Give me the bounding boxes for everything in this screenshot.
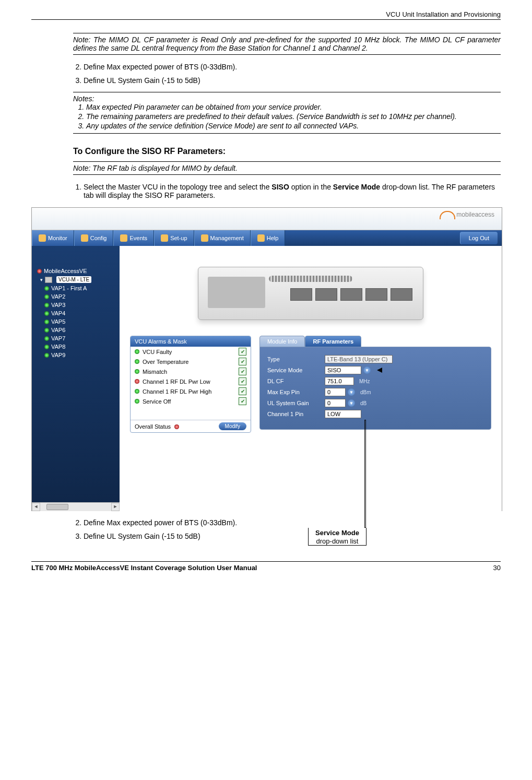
dropdown-icon[interactable]: ▼: [348, 388, 355, 396]
status-led-icon: [44, 286, 49, 291]
tree-selected-item[interactable]: ▾ VCU-M - LTE: [35, 275, 120, 284]
tree-item[interactable]: VAP7: [35, 334, 120, 342]
tree-selected-label: VCU-M - LTE: [56, 276, 91, 283]
maxpin-input[interactable]: 0: [325, 388, 346, 396]
service-mode-label: Service Mode: [267, 367, 320, 373]
scroll-right-icon[interactable]: ►: [111, 503, 120, 511]
alarm-checkbox[interactable]: ✔: [239, 368, 246, 375]
device-image: [198, 267, 423, 320]
alarm-checkbox[interactable]: ✔: [239, 387, 246, 395]
status-led-icon: [135, 369, 139, 374]
tree-item[interactable]: VAP8: [35, 342, 120, 351]
note-text: Note: The MIMO DL CF parameter is Read O…: [73, 36, 501, 52]
tab-module-info[interactable]: Module Info: [259, 336, 305, 347]
alarm-label: VCU Faulty: [143, 349, 235, 355]
alarm-label: Over Temperature: [143, 359, 235, 365]
modify-button[interactable]: Modify: [219, 422, 246, 430]
alarm-checkbox[interactable]: ✔: [239, 358, 246, 365]
tree-item-label: VAP8: [51, 344, 65, 350]
tab-rf-parameters[interactable]: RF Parameters: [305, 336, 361, 347]
page-footer: LTE 700 MHz MobileAccessVE Instant Cover…: [31, 561, 501, 572]
type-label: Type: [267, 356, 320, 362]
config-icon: [81, 234, 88, 242]
logout-button[interactable]: Log Out: [460, 232, 498, 244]
gain-input[interactable]: 0: [325, 399, 346, 407]
dlcf-input[interactable]: 751.0: [325, 377, 354, 385]
main-panel: VCU Alarms & Mask VCU Faulty✔Over Temper…: [120, 246, 502, 511]
nav-management[interactable]: Management: [194, 230, 251, 246]
logo: mobileaccess: [440, 211, 494, 219]
tree-item[interactable]: VAP6: [35, 326, 120, 334]
tree-item[interactable]: VAP1 - First A: [35, 284, 120, 292]
maxpin-unit: dBm: [360, 389, 371, 395]
collapse-icon[interactable]: ▾: [40, 277, 43, 282]
device-slot-icon: [315, 288, 337, 301]
management-icon: [201, 234, 208, 242]
step-a3: Define UL System Gain (-15 to 5dB): [84, 76, 501, 85]
service-mode-dropdown[interactable]: SISO: [325, 366, 361, 374]
device-slots: [290, 288, 412, 301]
nav-help[interactable]: Help: [251, 230, 286, 246]
note-rf-tab-text: Note: The RF tab is displayed for MIMO b…: [73, 164, 238, 172]
scroll-left-icon[interactable]: ◄: [32, 503, 40, 511]
steps-list-c: Define Max expected power of BTS (0-33dB…: [63, 518, 501, 540]
note-mimo-dlcf: Note: The MIMO DL CF parameter is Read O…: [73, 33, 501, 55]
tree-item[interactable]: VAP3: [35, 301, 120, 309]
heading-siso: To Configure the SISO RF Parameters:: [73, 147, 501, 156]
step-a2: Define Max expected power of BTS (0-33dB…: [84, 63, 501, 71]
status-led-icon: [44, 303, 49, 308]
dropdown-icon[interactable]: ▼: [363, 367, 371, 374]
sidebar-scrollbar[interactable]: ◄ ►: [32, 502, 120, 511]
dropdown-icon[interactable]: ▼: [348, 399, 355, 407]
alarms-panel: VCU Alarms & Mask VCU Faulty✔Over Temper…: [130, 336, 251, 433]
device-slot-icon: [391, 288, 412, 301]
dlcf-label: DL CF: [267, 378, 320, 384]
tree-root-label: MobileAccessVE: [44, 268, 87, 274]
alarm-label: Service Off: [143, 398, 235, 405]
alarm-row: VCU Faulty✔: [131, 347, 251, 357]
tree-item[interactable]: VAP4: [35, 309, 120, 317]
tree-item-label: VAP5: [51, 318, 65, 325]
step-b1: Select the Master VCU in the topology tr…: [84, 183, 501, 199]
tree-item[interactable]: VAP9: [35, 351, 120, 359]
alarms-footer: Overall Status Modify: [131, 420, 251, 432]
alarm-checkbox[interactable]: ✔: [239, 377, 246, 385]
notes-n1: Max expected Pin parameter can be obtain…: [86, 103, 501, 111]
ch1pin-label: Channel 1 Pin: [267, 411, 320, 417]
scroll-thumb[interactable]: [46, 504, 68, 510]
alarm-checkbox[interactable]: ✔: [239, 348, 246, 356]
alarm-label: Channel 1 RF DL Pwr Low: [143, 379, 235, 385]
tree-item[interactable]: VAP2: [35, 292, 120, 301]
tree-item-label: VAP2: [51, 293, 65, 300]
alarm-checkbox[interactable]: ✔: [239, 397, 246, 405]
section-title: VCU Unit Installation and Provisioning: [386, 10, 501, 18]
status-led-icon: [44, 328, 49, 333]
alarm-row: Channel 1 RF DL Pwr Low✔: [131, 376, 251, 386]
tree-item-label: VAP3: [51, 302, 65, 308]
overall-status: Overall Status: [135, 423, 179, 430]
nav-setup[interactable]: Set-up: [154, 230, 194, 246]
callout-box: Service Mode drop-down list: [308, 528, 367, 546]
tree-item[interactable]: VAP5: [35, 317, 120, 326]
status-led-icon: [37, 269, 42, 274]
steps-list-a: Define Max expected power of BTS (0-33dB…: [63, 63, 501, 85]
nav-config[interactable]: Config: [74, 230, 114, 246]
app-navbar: Monitor Config Events Set-up Management …: [32, 230, 502, 246]
rf-row-ch1pin: Channel 1 Pin LOW: [267, 410, 483, 418]
callout-arrow-icon: [377, 368, 382, 373]
rf-row-maxpin: Max Exp Pin 0 ▼ dBm: [267, 388, 483, 396]
nav-monitor[interactable]: Monitor: [32, 230, 74, 246]
nav-events[interactable]: Events: [113, 230, 154, 246]
ch1pin-value: LOW: [325, 410, 361, 418]
tree-item-label: VAP1 - First A: [51, 285, 87, 291]
overall-status-label: Overall Status: [135, 423, 171, 430]
topology-tree[interactable]: MobileAccessVE ▾ VCU-M - LTE VAP1 - Firs…: [32, 246, 120, 511]
callout-title: Service Mode: [315, 529, 359, 537]
panels-row: VCU Alarms & Mask VCU Faulty✔Over Temper…: [130, 336, 491, 433]
rf-row-type: Type LTE-Band 13 (Upper C): [267, 355, 483, 363]
rf-row-gain: UL System Gain 0 ▼ dB: [267, 399, 483, 407]
tree-root-item[interactable]: MobileAccessVE: [35, 267, 120, 275]
status-led-icon: [44, 345, 49, 349]
alarm-row: Channel 1 RF DL Pwr High✔: [131, 386, 251, 396]
alarm-row: Mismatch✔: [131, 367, 251, 376]
